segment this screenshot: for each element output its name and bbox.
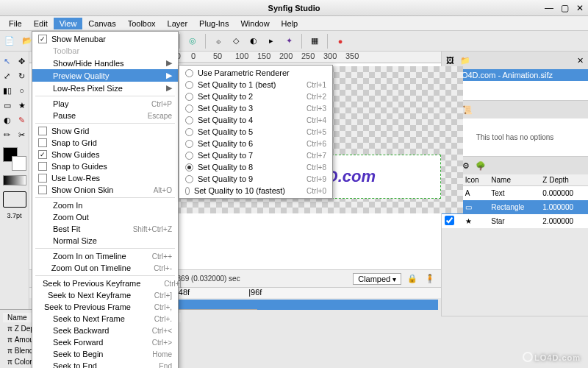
close-button[interactable]: ✕ — [576, 3, 584, 13]
smooth-move-tool[interactable]: ✥ — [15, 54, 29, 68]
menu-view[interactable]: View — [54, 18, 83, 29]
toolbox: ↖ ✥ ⤢ ↻ ▮▯ ○ ▭ ★ ◐ ✎ ✏ ✂ 3.7pt — [0, 52, 29, 316]
view-menu-item[interactable]: Zoom Out on TimelineCtrl+- — [32, 262, 178, 274]
view-menu-item[interactable]: Low-Res Pixel Size▶ — [32, 82, 178, 94]
view-menu-item[interactable]: Best FitShift+Ctrl+Z — [32, 223, 178, 235]
view-menu-item[interactable]: Zoom In — [32, 199, 178, 211]
view-menu-item[interactable]: ✓Show Guides — [32, 149, 178, 160]
view-menu-item[interactable]: Seek to Previous KeyframeCtrl+[ — [32, 277, 178, 289]
view-menu-item[interactable]: Seek to Next KeyframeCtrl+] — [32, 289, 178, 301]
view-menu-dropdown: ✓Show MenubarToolbarShow/Hide Handles▶Pr… — [32, 31, 179, 368]
view-menu-item[interactable]: Snap to Grid — [32, 137, 178, 149]
rectangle-tool[interactable]: ▭ — [1, 99, 14, 112]
maximize-button[interactable]: ▢ — [561, 3, 569, 13]
app-title: Synfig Studio — [268, 4, 320, 13]
view-menu-item[interactable]: Seek to BeginHome — [32, 348, 178, 360]
view-menu-item[interactable]: Zoom Out — [32, 211, 178, 223]
view-menu-item[interactable]: Zoom In on TimelineCtrl++ — [32, 250, 178, 262]
draw-tool[interactable]: ✏ — [1, 128, 14, 141]
quality-submenu-dropdown: Use Parametric RendererSet Quality to 1 … — [179, 65, 333, 199]
circle-tool[interactable]: ○ — [15, 84, 29, 97]
quality-menu-item[interactable]: Set Quality to 7Ctrl+7 — [179, 149, 332, 161]
menu-edit[interactable]: Edit — [28, 18, 54, 29]
menu-plug-ins[interactable]: Plug-Ins — [193, 18, 234, 29]
panel-close-icon[interactable]: ✕ — [577, 56, 584, 66]
menu-window[interactable]: Window — [234, 18, 275, 29]
params-tab-icon[interactable]: ⚙ — [462, 161, 470, 171]
rotate-tool[interactable]: ↻ — [15, 69, 29, 82]
layer-visible-checkbox[interactable] — [445, 216, 454, 225]
quality-menu-item[interactable]: Set Quality to 6Ctrl+6 — [179, 138, 332, 149]
cutout-tool[interactable]: ✂ — [15, 128, 29, 141]
quality-menu-item[interactable]: Set Quality to 1 (best)Ctrl+1 — [179, 79, 332, 91]
handle-position-icon[interactable]: ⟐ — [212, 35, 225, 48]
color-swatches[interactable] — [3, 147, 26, 171]
watermark: LO4D.com — [523, 350, 581, 364]
grid-toggle-icon[interactable]: ▦ — [308, 35, 321, 48]
handle-vertex-icon[interactable]: ◇ — [229, 35, 243, 48]
view-menu-item[interactable]: Snap to Guides — [32, 160, 178, 172]
view-menu-item[interactable]: PlayCtrl+P — [32, 98, 178, 110]
view-menu-item[interactable]: Show/Hide Handles▶ — [32, 57, 178, 69]
gradient-tool[interactable]: ◐ — [1, 113, 14, 127]
quality-menu-item[interactable]: Set Quality to 2Ctrl+2 — [179, 91, 332, 102]
view-menu-item[interactable]: Show Onion SkinAlt+O — [32, 184, 178, 196]
star-tool[interactable]: ★ — [15, 99, 29, 112]
view-menu-item[interactable]: Seek to EndEnd — [32, 360, 178, 368]
quality-menu-item[interactable]: Set Quality to 3Ctrl+3 — [179, 102, 332, 114]
menu-canvas[interactable]: Canvas — [82, 18, 121, 29]
quality-menu-item[interactable]: Set Quality to 9Ctrl+9 — [179, 173, 332, 185]
target-icon[interactable]: ◎ — [186, 35, 199, 48]
menubar: FileEditViewCanvasToolboxLayerPlug-InsWi… — [0, 16, 588, 31]
right-dock: 🖼 📁 ✕ 📄 LO4D.com - Animation.sifz 🔧 📜 Th… — [441, 52, 588, 316]
animate-mode-icon[interactable]: 🧍 — [423, 272, 437, 286]
minimize-button[interactable]: — — [545, 3, 553, 13]
view-menu-item[interactable]: Normal Size — [32, 235, 178, 247]
transform-tool[interactable]: ↖ — [1, 54, 14, 68]
new-file-button[interactable]: 📄 — [3, 35, 16, 48]
handle-tangent-icon[interactable]: ◐ — [247, 35, 260, 48]
view-menu-item[interactable]: Preview Quality▶ — [32, 69, 178, 82]
gradient-preview[interactable] — [3, 175, 26, 185]
view-menu-item[interactable]: Seek BackwardCtrl+< — [32, 325, 178, 336]
canvas-tab-icon[interactable]: 🖼 — [446, 56, 454, 65]
tool-options-panel: 🔧 📜 This tool has no options — [442, 101, 588, 157]
view-menu-item[interactable]: Seek to Next FrameCtrl+. — [32, 313, 178, 325]
layer-row[interactable]: ▭Rectangle1.000000 — [442, 200, 588, 214]
window-titlebar: Synfig Studio — ▢ ✕ — [0, 0, 588, 16]
view-menu-item[interactable]: Seek ForwardCtrl+> — [32, 336, 178, 348]
quality-menu-item[interactable]: Set Quality to 4Ctrl+4 — [179, 114, 332, 126]
menu-help[interactable]: Help — [276, 18, 304, 29]
canvas-tab-icon-2[interactable]: 📁 — [460, 56, 470, 66]
quality-menu-item[interactable]: Use Parametric Renderer — [179, 67, 332, 79]
tool-no-options: This tool has no options — [442, 118, 588, 156]
handle-width-icon[interactable]: ✦ — [282, 35, 295, 48]
scale-tool[interactable]: ⤢ — [1, 69, 14, 82]
keyframe-lock-icon[interactable]: 🔒 — [406, 272, 419, 286]
interpolation-combo[interactable]: Clamped ▾ — [353, 273, 401, 285]
record-icon[interactable]: ● — [334, 35, 347, 48]
layer-row[interactable]: AText0.000000 — [442, 186, 588, 201]
view-menu-item[interactable]: PauseEscape — [32, 110, 178, 121]
layers-panel: 📚 ⚙ 🌳 IconNameZ DepthAText0.000000▭Recta… — [442, 157, 588, 316]
spline-tool[interactable]: ✎ — [15, 113, 29, 127]
layers-table[interactable]: IconNameZ DepthAText0.000000▭Rectangle1.… — [442, 174, 588, 228]
layer-row[interactable]: ★Star2.000000 — [442, 214, 588, 228]
quality-menu-item[interactable]: Set Quality to 5Ctrl+5 — [179, 126, 332, 138]
history-tab-icon[interactable]: 📜 — [462, 105, 473, 115]
mirror-tool[interactable]: ▮▯ — [1, 84, 14, 97]
view-menu-item[interactable]: Use Low-Res — [32, 172, 178, 184]
quality-menu-item[interactable]: Set Quality to 8Ctrl+8 — [179, 161, 332, 173]
view-menu-item[interactable]: Seek to Previous FrameCtrl+, — [32, 301, 178, 313]
outline-preview[interactable] — [3, 191, 26, 208]
view-menu-item[interactable]: Show Grid — [32, 125, 178, 137]
canvas-breadcrumb[interactable]: 📄 LO4D.com - Animation.sifz — [442, 69, 588, 81]
menu-layer[interactable]: Layer — [162, 18, 194, 29]
view-menu-item[interactable]: ✓Show Menubar — [32, 33, 178, 45]
handle-radius-icon[interactable]: ▸ — [265, 35, 278, 48]
menu-file[interactable]: File — [3, 18, 28, 29]
background-swatch[interactable] — [12, 156, 26, 171]
quality-menu-item[interactable]: Set Quality to 10 (fastest)Ctrl+0 — [179, 185, 332, 197]
menu-toolbox[interactable]: Toolbox — [122, 18, 162, 29]
children-tab-icon[interactable]: 🌳 — [476, 161, 486, 171]
